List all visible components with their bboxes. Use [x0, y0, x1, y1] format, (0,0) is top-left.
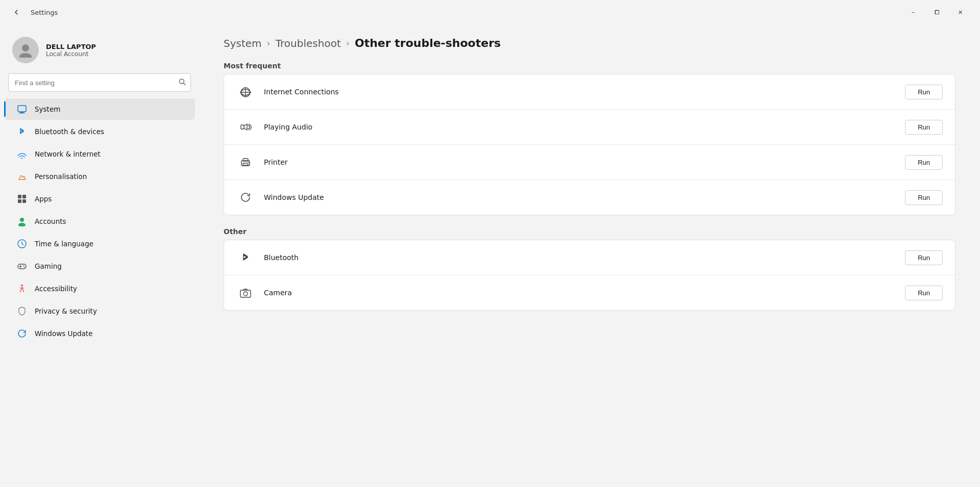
ts-printer-name: Printer — [264, 158, 896, 166]
sidebar-item-time-label: Time & language — [35, 240, 93, 248]
run-printer-button[interactable]: Run — [905, 155, 943, 170]
breadcrumb: System › Troubleshoot › Other trouble-sh… — [224, 37, 955, 49]
sidebar-item-update-label: Windows Update — [35, 329, 92, 338]
time-icon — [16, 238, 28, 249]
maximize-button[interactable]: ⧠ — [925, 4, 948, 20]
apps-icon — [16, 193, 28, 204]
sidebar-item-bluetooth-label: Bluetooth & devices — [35, 127, 104, 136]
app-title: Settings — [31, 9, 58, 16]
privacy-icon — [16, 305, 28, 317]
other-title: Other — [224, 227, 955, 236]
svg-point-13 — [18, 223, 26, 226]
personalisation-icon — [16, 171, 28, 182]
run-camera-button[interactable]: Run — [905, 286, 943, 300]
audio-icon — [236, 118, 255, 136]
ts-bluetooth-name: Bluetooth — [264, 253, 896, 262]
svg-point-7 — [21, 158, 22, 159]
sidebar-item-gaming[interactable]: Gaming — [4, 255, 195, 277]
internet-icon — [236, 83, 255, 101]
sidebar-item-privacy-label: Privacy & security — [35, 307, 97, 315]
user-name: DELL LAPTOP — [46, 43, 96, 50]
svg-rect-11 — [22, 199, 26, 203]
sidebar-item-accounts-label: Accounts — [35, 217, 66, 225]
gaming-icon — [16, 261, 28, 272]
update-icon — [16, 328, 28, 339]
sidebar-item-bluetooth[interactable]: Bluetooth & devices — [4, 121, 195, 142]
sidebar-item-privacy[interactable]: Privacy & security — [4, 300, 195, 322]
minimize-button[interactable]: − — [901, 4, 925, 20]
svg-rect-10 — [18, 199, 21, 203]
back-button[interactable] — [8, 4, 24, 20]
svg-rect-29 — [240, 290, 251, 297]
sidebar-item-accounts[interactable]: Accounts — [4, 211, 195, 232]
ts-winupdate-name: Windows Update — [264, 193, 896, 201]
sidebar-item-apps-label: Apps — [35, 195, 52, 203]
sidebar: DELL LAPTOP Local Account — [0, 24, 199, 487]
sidebar-item-apps[interactable]: Apps — [4, 188, 195, 210]
svg-point-30 — [243, 292, 248, 296]
sidebar-item-personalisation-label: Personalisation — [35, 172, 87, 181]
most-frequent-list: Internet Connections Run Playing Audio R… — [224, 74, 955, 215]
ts-camera-name: Camera — [264, 289, 896, 297]
sidebar-item-time[interactable]: Time & language — [4, 233, 195, 254]
svg-rect-24 — [241, 125, 244, 129]
accounts-icon — [16, 216, 28, 227]
svg-rect-8 — [18, 195, 21, 198]
svg-point-20 — [21, 285, 23, 287]
accessibility-icon — [16, 283, 28, 294]
svg-point-1 — [19, 53, 32, 58]
sidebar-item-network-label: Network & internet — [35, 150, 101, 158]
ts-item-internet: Internet Connections Run — [224, 74, 955, 110]
ts-item-bluetooth: Bluetooth Run — [224, 240, 955, 275]
svg-rect-4 — [18, 106, 26, 112]
sidebar-item-system-label: System — [35, 105, 60, 113]
run-internet-button[interactable]: Run — [905, 85, 943, 99]
search-input[interactable] — [8, 73, 191, 92]
ts-internet-name: Internet Connections — [264, 88, 896, 96]
user-profile: DELL LAPTOP Local Account — [0, 29, 199, 73]
network-icon — [16, 148, 28, 160]
breadcrumb-system[interactable]: System — [224, 37, 262, 49]
most-frequent-title: Most frequent — [224, 62, 955, 70]
close-button[interactable]: ✕ — [948, 4, 972, 20]
sidebar-item-accessibility[interactable]: Accessibility — [4, 278, 195, 299]
ts-item-winupdate: Windows Update Run — [224, 180, 955, 215]
run-winupdate-button[interactable]: Run — [905, 190, 943, 205]
sidebar-item-gaming-label: Gaming — [35, 262, 62, 270]
sidebar-item-network[interactable]: Network & internet — [4, 143, 195, 165]
ts-item-audio: Playing Audio Run — [224, 110, 955, 145]
content-area: System › Troubleshoot › Other trouble-sh… — [199, 24, 980, 487]
ts-item-camera: Camera Run — [224, 275, 955, 310]
svg-point-19 — [24, 267, 25, 268]
svg-rect-27 — [243, 163, 248, 165]
breadcrumb-current: Other trouble-shooters — [355, 37, 501, 49]
sidebar-item-accessibility-label: Accessibility — [35, 285, 77, 293]
svg-point-28 — [248, 162, 249, 163]
breadcrumb-sep-1: › — [267, 38, 271, 48]
breadcrumb-sep-2: › — [346, 38, 350, 48]
bluetooth-ts-icon — [236, 248, 255, 267]
sidebar-item-system[interactable]: System — [4, 98, 195, 120]
winupdate-icon — [236, 188, 255, 207]
window-controls: − ⧠ ✕ — [901, 4, 972, 20]
ts-audio-name: Playing Audio — [264, 123, 896, 131]
user-info: DELL LAPTOP Local Account — [46, 43, 96, 58]
printer-icon — [236, 153, 255, 171]
search-box[interactable] — [8, 73, 191, 92]
bluetooth-icon — [16, 126, 28, 137]
svg-point-12 — [20, 218, 24, 222]
breadcrumb-troubleshoot[interactable]: Troubleshoot — [276, 37, 341, 49]
run-audio-button[interactable]: Run — [905, 120, 943, 135]
svg-rect-9 — [22, 195, 26, 198]
svg-point-0 — [22, 44, 29, 52]
run-bluetooth-button[interactable]: Run — [905, 250, 943, 265]
svg-point-18 — [23, 266, 24, 267]
user-type: Local Account — [46, 50, 96, 58]
camera-icon — [236, 284, 255, 302]
sidebar-item-personalisation[interactable]: Personalisation — [4, 166, 195, 187]
ts-item-printer: Printer Run — [224, 145, 955, 180]
avatar — [12, 37, 39, 63]
system-icon — [16, 104, 28, 115]
titlebar: Settings − ⧠ ✕ — [0, 0, 980, 24]
sidebar-item-update[interactable]: Windows Update — [4, 323, 195, 344]
